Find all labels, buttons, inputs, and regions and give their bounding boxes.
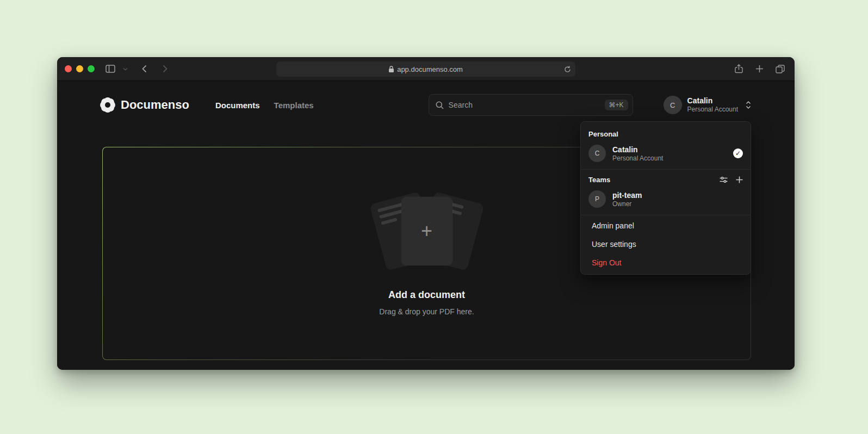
address-bar[interactable]: app.documenso.com [276, 61, 575, 77]
browser-window: app.documenso.com [57, 57, 795, 370]
menu-personal-name: Catalin [612, 145, 663, 154]
search-input[interactable] [449, 101, 600, 109]
menu-divider [581, 215, 751, 215]
dropzone-subtitle: Drag & drop your PDF here. [379, 307, 474, 316]
manage-teams-icon[interactable] [720, 176, 728, 183]
menu-item-admin-panel[interactable]: Admin panel [581, 216, 751, 235]
zoom-button[interactable] [88, 65, 95, 72]
nav-item-templates[interactable]: Templates [274, 101, 314, 110]
nav-item-documents[interactable]: Documents [215, 101, 260, 110]
account-dropdown-menu: Personal C Catalin Personal Account ✓ Te… [580, 121, 751, 275]
close-button[interactable] [65, 65, 72, 72]
browser-toolbar: app.documenso.com [57, 57, 795, 81]
main-nav: Documents Templates [215, 101, 314, 110]
menu-teams-header: Teams [581, 171, 751, 188]
minimize-button[interactable] [76, 65, 83, 72]
new-tab-icon[interactable] [752, 61, 766, 77]
sidebar-toggle-icon[interactable] [103, 61, 117, 77]
back-icon[interactable] [137, 61, 151, 77]
plus-icon: + [421, 221, 432, 241]
share-icon[interactable] [731, 61, 746, 77]
account-avatar: C [664, 96, 682, 114]
search-icon [436, 101, 444, 109]
tab-overview-icon[interactable] [773, 61, 787, 77]
selected-check-icon: ✓ [733, 148, 743, 158]
documenso-logo-icon [101, 98, 115, 112]
menu-team-name: pit-team [612, 190, 642, 200]
menu-personal-label: Personal [581, 125, 751, 142]
menu-divider [581, 169, 751, 170]
forward-icon[interactable] [158, 61, 172, 77]
account-name: Catalin [687, 96, 738, 106]
search-shortcut-badge: ⌘+K [605, 100, 628, 110]
search-bar[interactable]: ⌘+K [429, 94, 633, 116]
traffic-lights [65, 65, 95, 72]
menu-personal-avatar: C [588, 145, 606, 162]
menu-item-sign-out[interactable]: Sign Out [581, 253, 751, 272]
account-type: Personal Account [687, 106, 738, 114]
refresh-icon[interactable] [564, 66, 571, 73]
add-team-icon[interactable] [736, 176, 743, 183]
menu-team-role: Owner [612, 200, 642, 208]
menu-personal-type: Personal Account [612, 154, 663, 162]
menu-item-personal-account[interactable]: C Catalin Personal Account ✓ [581, 142, 751, 168]
menu-item-user-settings[interactable]: User settings [581, 235, 751, 253]
page-content: Documenso Documents Templates ⌘+K C Cata… [57, 81, 795, 370]
menu-team-avatar: P [588, 190, 606, 208]
menu-teams-label: Teams [588, 176, 610, 184]
documents-stack-illustration: + [364, 191, 489, 271]
account-menu-button[interactable]: C Catalin Personal Account [664, 96, 751, 114]
chevron-updown-icon [746, 101, 751, 109]
lock-icon [389, 66, 394, 72]
dropzone-title: Add a document [388, 289, 465, 301]
brand[interactable]: Documenso [101, 98, 189, 112]
menu-item-team[interactable]: P pit-team Owner [581, 188, 751, 214]
add-document-card-icon: + [401, 197, 452, 265]
brand-name: Documenso [121, 98, 189, 112]
sidebar-chevron-icon[interactable] [121, 61, 129, 77]
address-url: app.documenso.com [397, 65, 463, 73]
